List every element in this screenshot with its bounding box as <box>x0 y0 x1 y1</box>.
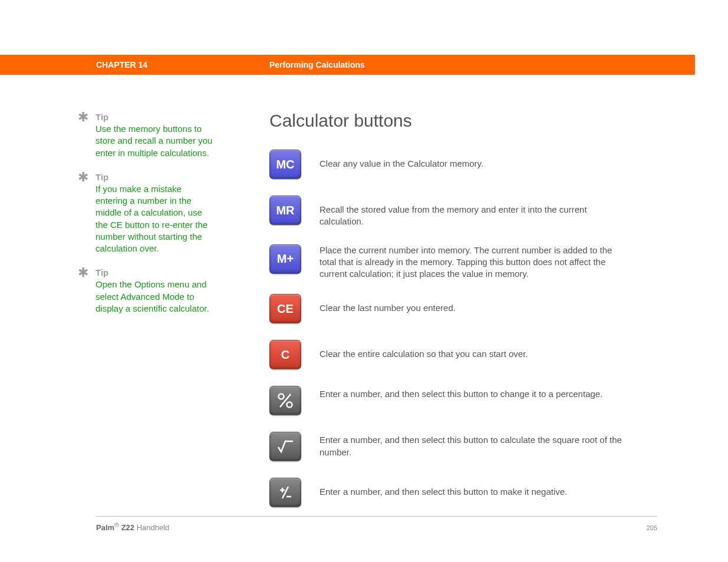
button-label: C <box>281 348 289 362</box>
chapter-title: Performing Calculations <box>269 60 365 70</box>
calc-button-c: C <box>269 340 301 369</box>
button-description: Enter a number, and then select this but… <box>319 432 626 458</box>
button-row-plusminus: Enter a number, and then select this but… <box>269 478 657 507</box>
calc-button-mc: MC <box>269 150 301 179</box>
button-label: CE <box>277 302 294 316</box>
asterisk-icon: ✱ <box>77 267 90 278</box>
button-label: M+ <box>277 252 294 266</box>
page-number: 205 <box>647 524 657 531</box>
button-row-mc: MC Clear any value in the Calculator mem… <box>269 150 657 179</box>
button-description: Clear any value in the Calculator memory… <box>319 150 483 170</box>
tip-block: ✱ Tip Use the memory buttons to store an… <box>77 112 230 159</box>
svg-point-0 <box>279 394 284 399</box>
button-description: Recall the stored value from the memory … <box>319 196 626 228</box>
page-footer: Palm® Z22 Handheld 205 <box>96 516 657 532</box>
chapter-label: CHAPTER 14 <box>96 60 147 70</box>
svg-point-1 <box>287 402 292 408</box>
plusminus-icon <box>276 484 294 501</box>
tip-body: Open the Options menu and select Advance… <box>95 279 213 315</box>
button-description: Clear the last number you entered. <box>319 294 456 314</box>
button-description: Clear the entire calculation so that you… <box>319 340 528 360</box>
tip-label: Tip <box>95 112 108 122</box>
calc-button-ce: CE <box>269 294 301 323</box>
button-description: Enter a number, and then select this but… <box>319 386 602 400</box>
calc-button-mplus: M+ <box>269 244 301 274</box>
calc-button-percent <box>269 386 301 415</box>
tip-label: Tip <box>95 172 108 182</box>
footer-model: Z22 <box>119 523 134 532</box>
button-row-sqrt: Enter a number, and then select this but… <box>269 432 657 461</box>
asterisk-icon: ✱ <box>77 172 90 183</box>
button-row-mr: MR Recall the stored value from the memo… <box>269 196 657 228</box>
svg-line-2 <box>280 394 291 407</box>
sqrt-icon <box>276 438 294 455</box>
chapter-header: CHAPTER 14 Performing Calculations <box>0 55 695 75</box>
calc-button-mr: MR <box>269 196 301 225</box>
tip-body: Use the memory buttons to store and reca… <box>95 123 213 159</box>
footer-brand-name: Palm <box>96 523 114 532</box>
calc-button-sqrt <box>269 432 301 461</box>
tip-label: Tip <box>95 267 108 277</box>
button-description: Place the current number into memory. Th… <box>319 244 626 280</box>
button-row-ce: CE Clear the last number you entered. <box>269 294 657 323</box>
footer-suffix: Handheld <box>134 523 169 532</box>
percent-icon <box>276 392 294 409</box>
asterisk-icon: ✱ <box>77 112 90 123</box>
footer-brand: Palm® Z22 Handheld <box>96 521 169 532</box>
button-description: Enter a number, and then select this but… <box>319 478 567 498</box>
tip-body: If you make a mistake entering a number … <box>95 183 213 255</box>
button-row-mplus: M+ Place the current number into memory.… <box>269 244 657 280</box>
registered-icon: ® <box>114 521 119 528</box>
calc-button-plusminus <box>269 478 301 507</box>
tip-block: ✱ Tip If you make a mistake entering a n… <box>77 172 230 255</box>
button-label: MC <box>276 158 294 171</box>
sidebar-tips: ✱ Tip Use the memory buttons to store an… <box>77 112 230 328</box>
button-row-percent: Enter a number, and then select this but… <box>269 386 657 415</box>
main-content: Calculator buttons MC Clear any value in… <box>269 111 657 524</box>
page-heading: Calculator buttons <box>269 111 657 131</box>
button-label: MR <box>276 204 294 217</box>
tip-block: ✱ Tip Open the Options menu and select A… <box>77 267 230 315</box>
button-row-c: C Clear the entire calculation so that y… <box>269 340 657 369</box>
